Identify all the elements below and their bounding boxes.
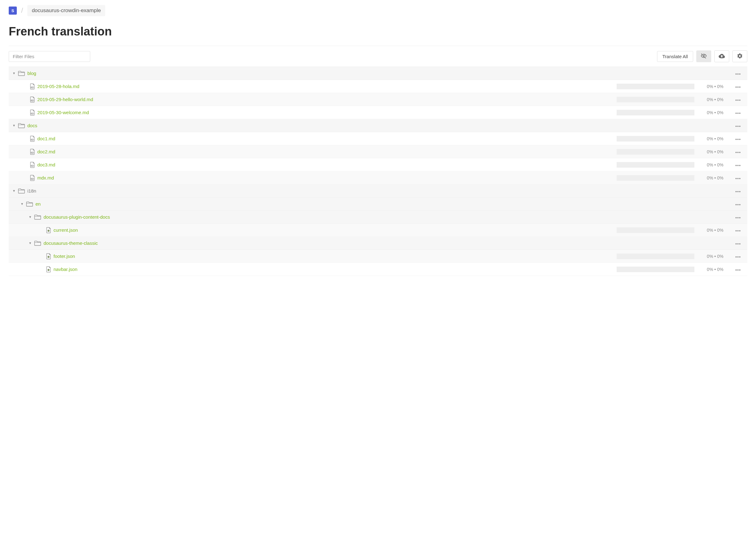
- folder-row: ▼docusaurus-plugin-content-docs: [9, 210, 747, 224]
- markdown-file-icon: [30, 175, 35, 181]
- markdown-file-icon: [30, 83, 35, 89]
- upload-button[interactable]: [714, 51, 729, 62]
- markdown-file-icon: [30, 149, 35, 155]
- more-button[interactable]: [732, 123, 744, 128]
- progress-bar: [617, 162, 694, 168]
- progress-text: 0% • 0%: [707, 176, 732, 181]
- markdown-file-icon: [30, 136, 35, 142]
- caret-icon[interactable]: ▼: [11, 124, 17, 127]
- progress-text: 0% • 0%: [707, 84, 732, 89]
- file-name[interactable]: 2019-05-30-welcome.md: [37, 110, 89, 115]
- more-icon: [735, 97, 741, 102]
- folder-name[interactable]: docusaurus-plugin-content-docs: [44, 214, 110, 219]
- caret-icon[interactable]: ▼: [11, 189, 17, 193]
- translate-all-button[interactable]: Translate All: [657, 51, 693, 62]
- caret-icon[interactable]: ▼: [27, 215, 33, 219]
- folder-icon: [18, 188, 25, 194]
- markdown-file-icon: [30, 109, 35, 116]
- progress-text: 0% • 0%: [707, 97, 732, 102]
- caret-icon[interactable]: ▼: [27, 241, 33, 245]
- folder-name[interactable]: docs: [27, 123, 37, 128]
- file-row: doc1.md0% • 0%: [9, 132, 747, 145]
- folder-row: ▼en: [9, 198, 747, 210]
- hide-button[interactable]: [696, 51, 711, 62]
- progress-bar: [617, 84, 694, 89]
- file-name[interactable]: footer.json: [54, 253, 75, 259]
- folder-row: ▼i18n: [9, 185, 747, 198]
- breadcrumb-separator: /: [17, 7, 27, 15]
- cloud-upload-icon: [719, 53, 725, 60]
- more-icon: [735, 149, 741, 154]
- more-button[interactable]: [732, 240, 744, 246]
- file-row: 2019-05-29-hello-world.md0% • 0%: [9, 93, 747, 106]
- more-button[interactable]: [732, 188, 744, 194]
- json-file-icon: [46, 253, 51, 259]
- more-icon: [735, 267, 741, 272]
- more-button[interactable]: [732, 162, 744, 167]
- toolbar: Translate All: [9, 51, 747, 62]
- file-name[interactable]: doc3.md: [37, 162, 55, 167]
- folder-name[interactable]: i18n: [27, 188, 36, 194]
- more-button[interactable]: [732, 110, 744, 115]
- more-icon: [735, 227, 741, 233]
- more-button[interactable]: [732, 136, 744, 141]
- progress-bar: [617, 97, 694, 102]
- folder-row: ▼docs: [9, 119, 747, 132]
- file-row: 2019-05-28-hola.md0% • 0%: [9, 80, 747, 93]
- project-icon[interactable]: S: [9, 7, 17, 15]
- eye-off-icon: [701, 53, 707, 60]
- gear-icon: [737, 53, 743, 60]
- file-name[interactable]: navbar.json: [54, 267, 77, 272]
- more-icon: [735, 110, 741, 115]
- progress-text: 0% • 0%: [707, 228, 732, 233]
- more-button[interactable]: [732, 227, 744, 233]
- breadcrumb-project[interactable]: docusaurus-crowdin-example: [27, 5, 105, 16]
- progress-bar: [617, 253, 694, 259]
- settings-button[interactable]: [732, 51, 747, 62]
- file-name[interactable]: doc2.md: [37, 149, 55, 154]
- more-button[interactable]: [732, 175, 744, 181]
- file-name[interactable]: current.json: [54, 227, 78, 233]
- more-button[interactable]: [732, 201, 744, 206]
- progress-bar: [617, 267, 694, 272]
- more-icon: [735, 188, 741, 194]
- file-name[interactable]: doc1.md: [37, 136, 55, 141]
- more-button[interactable]: [732, 267, 744, 272]
- file-name[interactable]: 2019-05-29-hello-world.md: [37, 97, 93, 102]
- more-icon: [735, 162, 741, 167]
- file-row: doc2.md0% • 0%: [9, 145, 747, 158]
- markdown-file-icon: [30, 96, 35, 103]
- json-file-icon: [46, 266, 51, 272]
- file-tree: ▼blog2019-05-28-hola.md0% • 0%2019-05-29…: [9, 67, 747, 276]
- file-row: 2019-05-30-welcome.md0% • 0%: [9, 106, 747, 119]
- more-button[interactable]: [732, 214, 744, 219]
- file-name[interactable]: 2019-05-28-hola.md: [37, 84, 79, 89]
- folder-name[interactable]: docusaurus-theme-classic: [44, 240, 98, 246]
- progress-bar: [617, 149, 694, 155]
- markdown-file-icon: [30, 162, 35, 168]
- more-button[interactable]: [732, 97, 744, 102]
- more-button[interactable]: [732, 70, 744, 76]
- more-button[interactable]: [732, 84, 744, 89]
- json-file-icon: [46, 227, 51, 233]
- progress-text: 0% • 0%: [707, 149, 732, 154]
- progress-bar: [617, 175, 694, 181]
- progress-bar: [617, 227, 694, 233]
- folder-name[interactable]: blog: [27, 70, 36, 76]
- file-name[interactable]: mdx.md: [37, 175, 54, 181]
- file-row: current.json0% • 0%: [9, 224, 747, 237]
- folder-row: ▼blog: [9, 67, 747, 80]
- caret-icon[interactable]: ▼: [11, 71, 17, 75]
- file-row: doc3.md0% • 0%: [9, 158, 747, 171]
- progress-text: 0% • 0%: [707, 110, 732, 115]
- more-icon: [735, 253, 741, 259]
- more-button[interactable]: [732, 149, 744, 154]
- progress-bar: [617, 110, 694, 115]
- more-icon: [735, 123, 741, 128]
- caret-icon[interactable]: ▼: [19, 202, 25, 205]
- more-icon: [735, 214, 741, 219]
- folder-name[interactable]: en: [36, 201, 41, 206]
- filter-input[interactable]: [9, 51, 90, 62]
- progress-bar: [617, 136, 694, 142]
- more-button[interactable]: [732, 253, 744, 259]
